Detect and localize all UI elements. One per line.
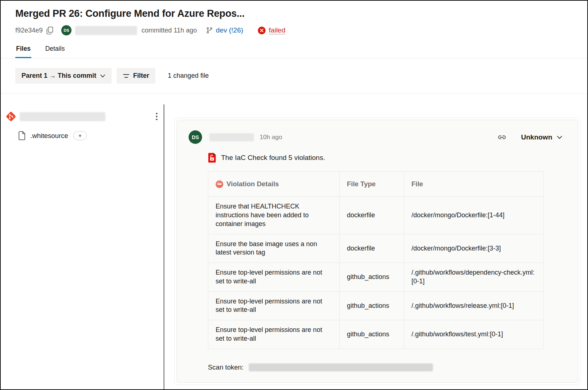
- comment-body: The IaC Check found 5 violations. Violat…: [208, 153, 565, 371]
- branch-icon: [206, 27, 213, 34]
- commit-time: committed 11h ago: [142, 27, 197, 34]
- unlocked-file-icon: [208, 153, 216, 163]
- comment-card: DS 10h ago Unknown: [177, 120, 578, 383]
- file-name: .whitesource: [30, 132, 68, 140]
- iac-check-message: The IaC Check found 5 violations.: [221, 154, 325, 162]
- column-file: File: [404, 172, 544, 197]
- violation-file-type: dockerfile: [340, 234, 404, 263]
- copy-hash-button[interactable]: [46, 27, 53, 34]
- violation-row: Ensure the base image uses a non latest …: [208, 234, 544, 263]
- file-tree-panel: .whitesource +: [1, 104, 163, 389]
- copy-comment-link-button[interactable]: [497, 133, 507, 142]
- violation-blocked-icon: [216, 180, 223, 188]
- page-header: Merged PR 26: Configure Mend for Azure R…: [1, 1, 587, 35]
- column-label: Violation Details: [227, 180, 279, 188]
- chevron-down-icon: [557, 135, 562, 139]
- violation-file: /.github/workflows/dependency-check.yml:…: [404, 263, 544, 292]
- tab-details[interactable]: Details: [45, 43, 66, 58]
- violation-detail: Ensure that HEALTHCHECK instructions hav…: [208, 197, 340, 234]
- filter-button[interactable]: Filter: [117, 68, 155, 84]
- violation-file: /docker/mongo/Dockerfile:[1-44]: [404, 197, 544, 234]
- copy-icon: [46, 27, 53, 34]
- column-file-type: File Type: [340, 172, 404, 197]
- violations-table: Violation Details File Type File Ensure …: [208, 171, 544, 349]
- failed-status-icon: [258, 27, 266, 34]
- comment-timestamp: 10h ago: [260, 134, 282, 141]
- filter-label: Filter: [133, 72, 149, 80]
- branch-group: dev (!26): [206, 26, 243, 34]
- comment-author-name-redacted: [209, 133, 254, 141]
- violation-row: Ensure top-level permissions are not set…: [208, 263, 544, 292]
- commit-author-name-redacted: [75, 26, 137, 35]
- violation-row: Ensure top-level permissions are not set…: [208, 291, 544, 320]
- content-area: .whitesource + DS 10h ago: [1, 104, 587, 389]
- diff-toolbar: Parent 1 → This commit Filter 1 changed …: [1, 58, 587, 94]
- column-violation-details: Violation Details: [208, 172, 340, 197]
- file-icon: [18, 131, 26, 140]
- violation-file: /.github/workflows/test.yml:[0-1]: [404, 320, 544, 349]
- file-added-badge: +: [73, 131, 87, 140]
- page-title: Merged PR 26: Configure Mend for Azure R…: [15, 8, 573, 19]
- scan-token-row: Scan token:: [208, 363, 565, 371]
- violation-detail: Ensure the base image uses a non latest …: [208, 234, 340, 263]
- tree-more-options-button[interactable]: [156, 112, 158, 121]
- scan-token-label: Scan token:: [208, 363, 244, 371]
- chevron-down-icon: [100, 74, 105, 78]
- violation-file-type: github_actions: [340, 320, 404, 349]
- branch-link[interactable]: dev (!26): [216, 26, 243, 34]
- comment-header: DS 10h ago Unknown: [189, 130, 565, 144]
- commit-hash: f92e34e9: [15, 27, 43, 34]
- violation-file: /docker/mongo/Dockerfile:[3-3]: [404, 234, 544, 263]
- violation-detail: Ensure top-level permissions are not set…: [208, 263, 340, 292]
- violation-row: Ensure top-level permissions are not set…: [208, 320, 544, 349]
- commit-author-avatar: DS: [61, 25, 71, 35]
- violation-file-type: github_actions: [340, 291, 404, 320]
- commit-meta-row: f92e34e9 DS committed 11h ago dev (!26): [15, 25, 573, 35]
- violation-row: Ensure that HEALTHCHECK instructions hav…: [208, 197, 544, 234]
- comment-thread-container: DS 10h ago Unknown: [174, 118, 580, 385]
- tree-file-whitesource[interactable]: .whitesource +: [1, 124, 163, 142]
- link-icon: [497, 133, 507, 142]
- diff-selector-label: Parent 1 → This commit: [22, 72, 96, 80]
- iac-check-message-row: The IaC Check found 5 violations.: [208, 153, 565, 163]
- tab-files[interactable]: Files: [15, 43, 31, 58]
- scan-token-redacted: [249, 363, 433, 371]
- violation-detail: Ensure top-level permissions are not set…: [208, 320, 340, 349]
- failed-status-link[interactable]: failed: [269, 26, 285, 34]
- commit-details-page: Merged PR 26: Configure Mend for Azure R…: [0, 0, 588, 390]
- violation-file-type: dockerfile: [340, 197, 404, 234]
- tab-bar: Files Details: [1, 43, 587, 58]
- comment-author-avatar: DS: [189, 130, 202, 144]
- tree-repo-node[interactable]: [1, 109, 163, 124]
- changed-files-summary: 1 changed file: [168, 72, 209, 80]
- kebab-menu-icon: [156, 112, 158, 121]
- thread-status-label: Unknown: [521, 133, 553, 141]
- diff-selector-dropdown[interactable]: Parent 1 → This commit: [15, 68, 112, 84]
- repo-name-redacted: [20, 112, 105, 121]
- build-status: failed: [258, 26, 285, 34]
- violation-detail: Ensure top-level permissions are not set…: [208, 291, 340, 320]
- violation-file-type: github_actions: [340, 263, 404, 292]
- diff-main-panel: DS 10h ago Unknown: [165, 104, 587, 389]
- violations-table-header-row: Violation Details File Type File: [208, 172, 544, 197]
- violation-file: /.github/workflows/release.yml:[0-1]: [404, 291, 544, 320]
- git-repo-icon: [5, 111, 17, 122]
- filter-icon: [123, 74, 129, 78]
- thread-status-dropdown[interactable]: Unknown: [519, 133, 565, 142]
